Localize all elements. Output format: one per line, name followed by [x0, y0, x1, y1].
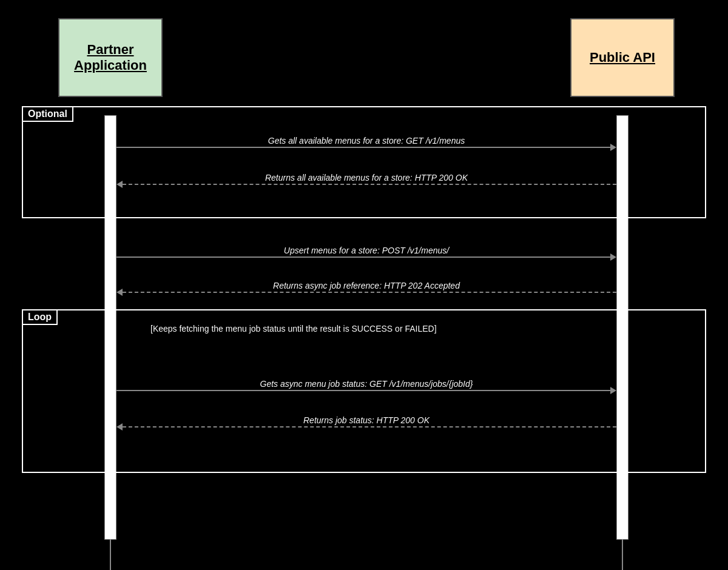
actor-api: Public API	[570, 18, 675, 97]
arrow-label-2: Returns all available menus for a store:…	[116, 173, 616, 183]
arrow-label-1: Gets all available menus for a store: GE…	[116, 136, 616, 146]
arrow-label-3: Upsert menus for a store: POST /v1/menus…	[116, 246, 616, 255]
arrow-return-status: Returns job status: HTTP 200 OK	[116, 426, 616, 428]
actor-api-label: Public API	[590, 50, 655, 65]
arrow-job-status: Gets async menu job status: GET /v1/menu…	[116, 390, 616, 391]
arrow-async-ref: Returns async job reference: HTTP 202 Ac…	[116, 292, 616, 293]
arrow-label-5: Gets async menu job status: GET /v1/menu…	[116, 379, 616, 389]
arrow-get-menus: Gets all available menus for a store: GE…	[116, 147, 616, 148]
arrow-label-6: Returns job status: HTTP 200 OK	[116, 415, 616, 425]
fragment-loop: Loop [Keeps fetching the menu job status…	[22, 309, 706, 473]
actor-partner: Partner Application	[58, 18, 163, 97]
fragment-optional: Optional	[22, 106, 706, 218]
fragment-loop-guard: [Keeps fetching the menu job status unti…	[150, 324, 437, 334]
arrow-return-menus: Returns all available menus for a store:…	[116, 184, 616, 185]
fragment-loop-label: Loop	[23, 310, 58, 325]
sequence-diagram: Partner Application Public API Optional …	[0, 0, 728, 570]
lifeline-line-partner	[110, 540, 111, 570]
arrow-label-4: Returns async job reference: HTTP 202 Ac…	[116, 281, 616, 290]
arrow-upsert-menus: Upsert menus for a store: POST /v1/menus…	[116, 256, 616, 258]
actor-partner-label: Partner Application	[74, 42, 147, 73]
lifeline-line-api	[622, 540, 623, 570]
fragment-optional-label: Optional	[23, 107, 73, 122]
